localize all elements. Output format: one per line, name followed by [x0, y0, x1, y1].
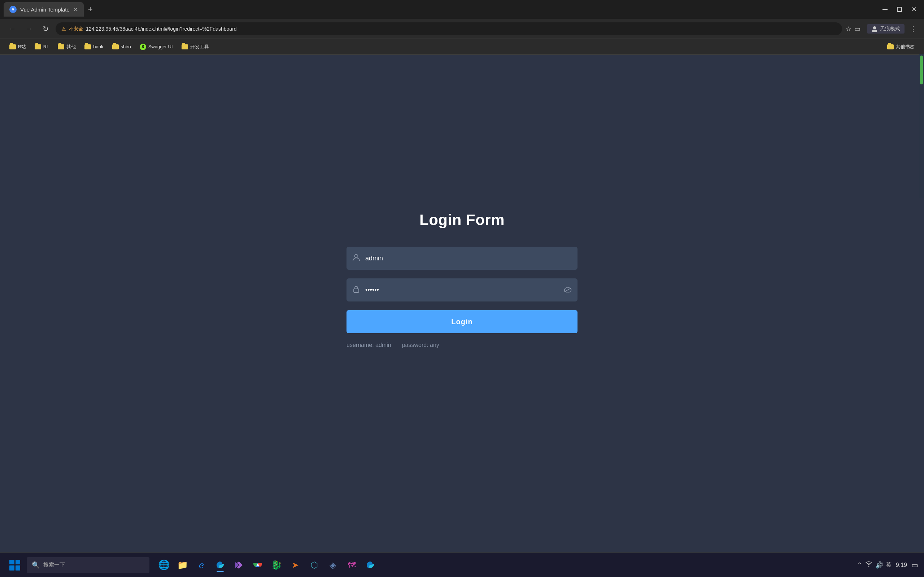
taskbar-search[interactable]: 🔍 搜索一下	[27, 557, 149, 573]
address-input[interactable]: ⚠ 不安全 124.223.95.45/38aacf4b/index.html#…	[56, 23, 842, 35]
address-bar: ← → ↻ ⚠ 不安全 124.223.95.45/38aacf4b/index…	[0, 19, 924, 39]
other-bookmarks[interactable]: 其他书签	[884, 42, 918, 52]
maximize-button[interactable]	[893, 3, 906, 16]
incognito-label: 无痕模式	[880, 26, 900, 32]
folder-icon	[112, 44, 119, 49]
bookmark-icon[interactable]: ☆	[846, 25, 851, 33]
password-input-wrapper	[347, 279, 577, 301]
clock-time: 9:19	[896, 562, 907, 568]
tab-title: Vue Admin Template	[20, 6, 69, 13]
taskbar-app-green[interactable]: 🐉	[268, 556, 285, 574]
user-icon	[352, 253, 360, 263]
taskbar-right: ⌃ 🔊 英 9:19 ▭	[857, 561, 918, 569]
taskbar-app-edge[interactable]	[212, 556, 229, 574]
extensions-area: 无痕模式	[867, 24, 905, 34]
svg-point-6	[355, 254, 358, 258]
tab-close-button[interactable]: ✕	[73, 6, 78, 13]
taskbar-app-map[interactable]: 🗺	[343, 556, 360, 574]
svg-point-4	[873, 26, 876, 29]
taskbar-app-edge2[interactable]	[362, 556, 379, 574]
incognito-icon	[871, 26, 878, 32]
window-controls: ✕	[879, 3, 921, 16]
system-icons: ⌃ 🔊 英	[857, 561, 892, 569]
svg-text:V: V	[12, 8, 15, 11]
bookmark-devtools[interactable]: 开发工具	[178, 42, 213, 52]
page-content: Login Form	[0, 55, 924, 577]
back-button[interactable]: ←	[6, 23, 19, 35]
bookmark-swagger[interactable]: S Swagger UI	[136, 42, 176, 52]
taskbar: 🔍 搜索一下 🌐 📁 ℯ	[0, 553, 924, 577]
scrollbar-thumb[interactable]	[920, 56, 923, 84]
reload-button[interactable]: ↻	[39, 23, 52, 35]
taskbar-app-chrome[interactable]	[249, 556, 267, 574]
svg-line-8	[564, 288, 571, 292]
svg-rect-3	[897, 7, 901, 11]
chevron-up-icon[interactable]: ⌃	[857, 561, 862, 569]
taskbar-app-gray[interactable]: ◈	[324, 556, 341, 574]
taskbar-app-cyan[interactable]: ⬡	[305, 556, 323, 574]
taskbar-app-vs[interactable]	[230, 556, 247, 574]
folder-icon	[181, 44, 188, 49]
lock-icon	[352, 285, 360, 295]
minimize-button[interactable]	[879, 3, 892, 16]
search-placeholder: 搜索一下	[43, 561, 65, 568]
security-label: 不安全	[69, 26, 83, 32]
folder-icon	[10, 44, 16, 49]
scrollbar[interactable]	[919, 54, 924, 198]
folder-icon	[35, 44, 41, 49]
orange-app-icon: ➤	[289, 559, 301, 571]
swagger-icon: S	[140, 44, 146, 50]
incognito-button[interactable]: 无痕模式	[867, 24, 905, 34]
volume-icon[interactable]: 🔊	[875, 561, 883, 569]
start-button[interactable]	[6, 556, 24, 574]
search-icon: 🔍	[32, 561, 40, 569]
bookmark-shiro[interactable]: shiro	[109, 43, 135, 51]
green-app-icon: 🐉	[271, 559, 282, 571]
other-bookmarks-label: 其他书签	[896, 44, 914, 50]
new-tab-button[interactable]: +	[85, 3, 96, 16]
svg-rect-2	[882, 9, 888, 10]
bookmark-b站[interactable]: B站	[6, 42, 30, 52]
bookmark-label: shiro	[121, 44, 131, 49]
bookmark-bank[interactable]: bank	[81, 43, 107, 51]
close-button[interactable]: ✕	[908, 3, 921, 16]
tab-bar: V Vue Admin Template ✕ + ✕	[0, 0, 924, 19]
taskbar-app-orange[interactable]: ➤	[287, 556, 304, 574]
login-title: Login Form	[419, 211, 505, 229]
reader-mode-icon[interactable]: ▭	[855, 25, 861, 33]
menu-button[interactable]: ⋮	[908, 23, 918, 35]
gray-app-icon: ◈	[327, 559, 339, 571]
active-tab[interactable]: V Vue Admin Template ✕	[3, 2, 84, 16]
bookmarks-more: 其他书签	[884, 42, 918, 52]
bookmark-label: bank	[93, 44, 103, 49]
svg-point-5	[872, 29, 877, 32]
bookmark-label: 开发工具	[190, 44, 209, 50]
taskbar-app-ie[interactable]: 🌐	[155, 556, 173, 574]
chrome-icon	[252, 559, 263, 571]
bookmark-other[interactable]: 其他	[54, 42, 79, 52]
username-field[interactable]	[365, 255, 572, 262]
bookmarks-bar: B站 RL 其他 bank shiro S Swagger UI 开发工具	[0, 39, 924, 55]
login-button[interactable]: Login	[347, 310, 577, 333]
system-clock[interactable]: 9:19	[896, 562, 907, 568]
login-form: Login username: admin password: any	[347, 247, 577, 348]
bookmark-label: B站	[18, 44, 26, 50]
bookmark-label: Swagger UI	[149, 44, 173, 49]
toggle-password-visibility-icon[interactable]	[564, 286, 572, 294]
edge-old-icon: ℯ	[195, 559, 207, 571]
folder-icon	[84, 44, 91, 49]
taskbar-app-explorer[interactable]: 📁	[174, 556, 191, 574]
tab-favicon: V	[10, 6, 16, 13]
login-hint: username: admin password: any	[347, 342, 577, 348]
language-indicator[interactable]: 英	[886, 561, 892, 568]
username-input-wrapper	[347, 247, 577, 270]
password-field[interactable]	[365, 286, 564, 294]
taskbar-app-edge-old[interactable]: ℯ	[193, 556, 210, 574]
bookmark-label: 其他	[66, 44, 76, 50]
notification-button[interactable]: ▭	[911, 561, 918, 569]
bookmark-rl[interactable]: RL	[31, 43, 53, 51]
url-text[interactable]: 124.223.95.45/38aacf4b/index.html#/login…	[86, 26, 836, 32]
forward-button[interactable]: →	[23, 23, 36, 35]
svg-point-13	[868, 566, 869, 567]
network-icon[interactable]	[865, 561, 872, 569]
